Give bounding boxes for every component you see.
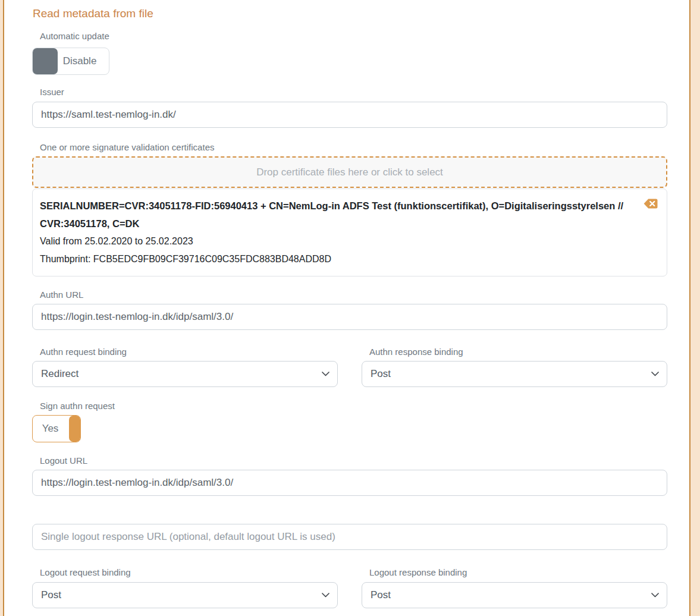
single-logout-response-url-input[interactable] bbox=[32, 524, 667, 550]
certificate-thumbprint: Thumbprint: FCB5EDC9FB09CF39716C09C35FDC… bbox=[40, 250, 637, 268]
logout-response-binding-select[interactable]: Post bbox=[362, 582, 667, 608]
logout-url-field: Logout URL bbox=[32, 455, 667, 496]
certificate-item: SERIALNUMBER=CVR:34051178-FID:56940413 +… bbox=[32, 188, 667, 276]
logout-request-binding-select[interactable]: Post bbox=[32, 582, 338, 608]
logout-response-binding-field: Logout response binding Post bbox=[362, 567, 667, 608]
authn-response-binding-field: Authn response binding Post bbox=[362, 347, 667, 387]
authn-response-binding-value: Post bbox=[371, 368, 391, 380]
authn-url-input[interactable] bbox=[32, 304, 667, 330]
logout-bindings-row: Logout request binding Post Logout respo… bbox=[32, 567, 667, 608]
authn-bindings-row: Authn request binding Redirect Authn res… bbox=[32, 347, 667, 387]
backspace-x-icon bbox=[644, 202, 658, 210]
authn-url-label: Authn URL bbox=[40, 290, 667, 300]
authn-request-binding-value: Redirect bbox=[41, 368, 79, 380]
read-metadata-from-file-link[interactable]: Read metadata from file bbox=[33, 7, 153, 20]
certificate-dropzone[interactable]: Drop certificate files here or click to … bbox=[32, 156, 667, 188]
chevron-down-icon bbox=[651, 372, 659, 376]
automatic-update-label: Automatic update bbox=[40, 31, 667, 42]
certificate-dropzone-placeholder: Drop certificate files here or click to … bbox=[256, 166, 443, 178]
chevron-down-icon bbox=[651, 593, 659, 598]
automatic-update-toggle-label: Disable bbox=[63, 55, 97, 67]
chevron-down-icon bbox=[322, 372, 329, 376]
chevron-down-icon bbox=[322, 593, 329, 598]
logout-request-binding-value: Post bbox=[41, 589, 61, 601]
sign-authn-request-toggle-label: Yes bbox=[42, 423, 59, 435]
certificate-validity: Valid from 25.02.2020 to 25.02.2023 bbox=[40, 232, 637, 250]
authn-response-binding-select[interactable]: Post bbox=[362, 361, 667, 387]
logout-request-binding-label: Logout request binding bbox=[40, 567, 338, 578]
certificate-subject: SERIALNUMBER=CVR:34051178-FID:56940413 +… bbox=[40, 197, 637, 232]
authn-request-binding-field: Authn request binding Redirect bbox=[32, 347, 338, 387]
issuer-field: Issuer bbox=[32, 87, 667, 128]
metadata-form-card: Read metadata from file Automatic update… bbox=[3, 0, 690, 616]
authn-request-binding-select[interactable]: Redirect bbox=[32, 361, 338, 387]
sign-authn-request-field: Sign authn request Yes bbox=[32, 401, 667, 442]
automatic-update-field: Automatic update Disable bbox=[32, 31, 667, 75]
issuer-label: Issuer bbox=[40, 87, 667, 98]
logout-request-binding-field: Logout request binding Post bbox=[32, 567, 338, 608]
authn-url-field: Authn URL bbox=[32, 290, 667, 330]
logout-response-binding-label: Logout response binding bbox=[369, 567, 667, 578]
remove-certificate-button[interactable] bbox=[644, 199, 658, 209]
issuer-input[interactable] bbox=[32, 102, 667, 128]
logout-url-input[interactable] bbox=[32, 470, 667, 496]
logout-response-binding-value: Post bbox=[371, 589, 391, 601]
sign-authn-request-label: Sign authn request bbox=[40, 401, 667, 411]
logout-url-label: Logout URL bbox=[40, 455, 667, 466]
automatic-update-toggle[interactable]: Disable bbox=[32, 48, 109, 75]
sign-authn-request-toggle[interactable]: Yes bbox=[32, 415, 81, 442]
authn-request-binding-label: Authn request binding bbox=[40, 347, 338, 357]
toggle-handle bbox=[69, 416, 80, 442]
certificates-label: One or more signature validation certifi… bbox=[40, 142, 667, 153]
certificates-field: One or more signature validation certifi… bbox=[32, 142, 667, 276]
single-logout-response-url-field bbox=[32, 524, 667, 550]
authn-response-binding-label: Authn response binding bbox=[369, 347, 667, 357]
toggle-handle bbox=[33, 48, 58, 74]
